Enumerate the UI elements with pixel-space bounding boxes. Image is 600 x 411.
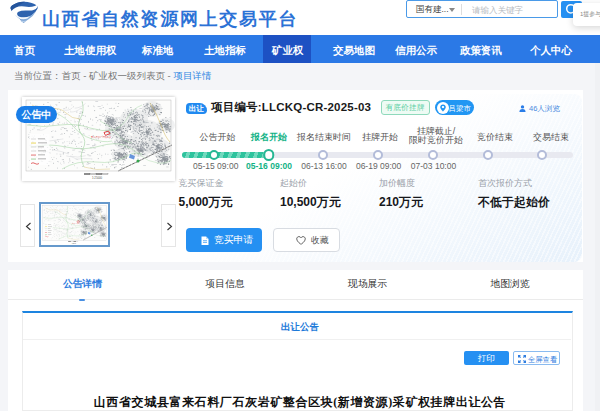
svg-text:1:25000: 1:25000 — [92, 176, 103, 180]
